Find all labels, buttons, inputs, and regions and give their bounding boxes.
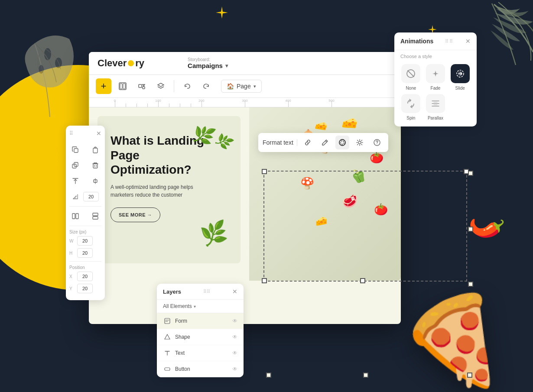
- y-row: Y: [69, 284, 101, 293]
- layer-text-visibility[interactable]: 👁: [232, 350, 237, 356]
- x-row: X: [69, 272, 101, 281]
- y-input[interactable]: [77, 284, 93, 293]
- props-sep-1: [69, 206, 101, 207]
- layer-form-name: Form: [175, 318, 232, 324]
- page-selector-chevron: ▾: [254, 84, 256, 89]
- layer-item-shape[interactable]: Shape 👁: [157, 329, 244, 345]
- animation-option-slide[interactable]: Slide: [449, 64, 471, 91]
- align-center-button[interactable]: [89, 175, 101, 187]
- svg-point-8: [339, 139, 345, 146]
- format-settings-button[interactable]: [353, 136, 367, 149]
- layers-filter-label: All Elements: [163, 303, 192, 309]
- layer-button-name: Button: [175, 366, 232, 372]
- svg-point-2: [39, 65, 44, 74]
- outer-handle-bl2: [266, 373, 271, 378]
- layers-panel-title: Layers: [163, 288, 181, 295]
- storyboard-name: Campaigns: [188, 62, 223, 69]
- split-v-button[interactable]: [69, 210, 81, 222]
- animation-option-spin[interactable]: Spin: [400, 94, 422, 120]
- panel-drag-handle[interactable]: ⠿: [69, 130, 74, 136]
- toolbar-separator-1: [174, 80, 174, 92]
- layer-item-form[interactable]: Form 👁: [157, 313, 244, 329]
- monstera-leaf-top-left: [17, 30, 82, 119]
- copy-paste-row: [69, 144, 101, 156]
- svg-rect-13: [74, 149, 78, 152]
- animation-option-fade[interactable]: Fade: [425, 64, 446, 91]
- x-label: X: [69, 274, 75, 279]
- panel-close-button[interactable]: ✕: [96, 130, 101, 137]
- height-row: H: [69, 248, 101, 258]
- align-up-button[interactable]: [69, 175, 81, 187]
- x-input[interactable]: [77, 272, 93, 281]
- animation-none-icon: [401, 64, 420, 83]
- animation-option-none[interactable]: None: [400, 64, 422, 91]
- animation-none-label: None: [406, 86, 416, 91]
- logo-text-ry: ry: [135, 58, 144, 69]
- food-salami: 🥩: [342, 194, 358, 208]
- storyboard-selector[interactable]: Storyboard: Campaigns ▾: [188, 57, 228, 69]
- layers-filter[interactable]: All Elements ▾: [157, 300, 244, 313]
- redo-button[interactable]: [198, 78, 214, 94]
- svg-rect-19: [72, 214, 75, 219]
- animations-grid: None Fade Slide: [394, 61, 477, 126]
- svg-rect-23: [165, 318, 170, 324]
- height-input[interactable]: [77, 248, 93, 258]
- position-label: Position: [69, 265, 101, 270]
- layer-shape-visibility[interactable]: 👁: [232, 334, 237, 340]
- food-tomato-2: 🍅: [374, 203, 388, 216]
- food-cheese-2: 🧀: [314, 119, 328, 133]
- layer-item-text[interactable]: Text 👁: [157, 345, 244, 361]
- format-timer-button[interactable]: [335, 136, 349, 149]
- outer-handle-br: [468, 282, 473, 287]
- app-logo: Clever ry: [98, 58, 144, 69]
- add-element-button[interactable]: +: [96, 78, 111, 94]
- animations-subtitle: Choose a style: [394, 50, 477, 61]
- animations-drag-handle[interactable]: ⠿⠿: [445, 39, 454, 44]
- animation-slide-icon: [451, 64, 470, 83]
- undo-button[interactable]: [179, 78, 195, 94]
- layer-shape-name: Shape: [175, 334, 232, 340]
- layers-button[interactable]: [153, 78, 169, 94]
- animations-close-button[interactable]: ✕: [465, 38, 471, 45]
- pizza-image: 🍕: [399, 297, 507, 383]
- layer-button-visibility[interactable]: 👁: [232, 366, 237, 372]
- layers-close-button[interactable]: ✕: [232, 288, 237, 295]
- landing-page-desc: A well-optimized landing page helps mark…: [110, 183, 206, 199]
- format-pen-button[interactable]: [318, 136, 332, 149]
- outer-handle-bm2: [363, 373, 368, 378]
- animation-option-parallax[interactable]: Parallax: [425, 94, 446, 120]
- food-cheese-3: 🧀: [315, 216, 327, 227]
- layer-text-icon: [163, 349, 172, 357]
- layers-panel: Layers ⠿⠿ ✕ All Elements ▾ Form 👁 Shape …: [157, 284, 244, 377]
- angle-input[interactable]: [83, 192, 99, 201]
- shapes-button[interactable]: [134, 78, 150, 94]
- basil-leaf-bottom: 🌿: [198, 219, 229, 248]
- svg-rect-4: [120, 84, 122, 89]
- svg-point-9: [341, 141, 344, 144]
- height-label: H: [69, 251, 75, 256]
- format-help-button[interactable]: [370, 136, 384, 149]
- food-tomato-1: 🍅: [370, 151, 384, 164]
- duplicate-button[interactable]: [69, 159, 81, 172]
- animation-spin-label: Spin: [406, 116, 415, 120]
- width-input[interactable]: [77, 236, 93, 246]
- copy-button[interactable]: [69, 144, 81, 156]
- layer-item-button[interactable]: Button 👁: [157, 361, 244, 377]
- landing-cta-button[interactable]: SEE MORE →: [110, 207, 160, 222]
- storyboard-name-row: Campaigns ▾: [188, 62, 228, 69]
- delete-button[interactable]: [89, 159, 101, 172]
- page-selector[interactable]: 🏠 Page ▾: [221, 80, 262, 93]
- outer-handle-mr: [468, 227, 473, 232]
- paste-button[interactable]: [89, 144, 101, 156]
- split-h-button[interactable]: [89, 210, 101, 222]
- width-row: W: [69, 236, 101, 246]
- format-link-button[interactable]: [301, 136, 315, 149]
- media-button[interactable]: [115, 78, 130, 94]
- format-text-bar: Format text: [258, 133, 388, 152]
- layer-text-name: Text: [175, 350, 232, 356]
- svg-rect-20: [76, 214, 78, 219]
- landing-page-card: 🌿 🌿 🌿 What is Landing Page Optimization?…: [98, 116, 240, 263]
- animation-slide-label: Slide: [455, 86, 465, 91]
- layers-drag-handle[interactable]: ⠿⠿: [203, 289, 210, 295]
- layer-form-visibility[interactable]: 👁: [232, 318, 237, 324]
